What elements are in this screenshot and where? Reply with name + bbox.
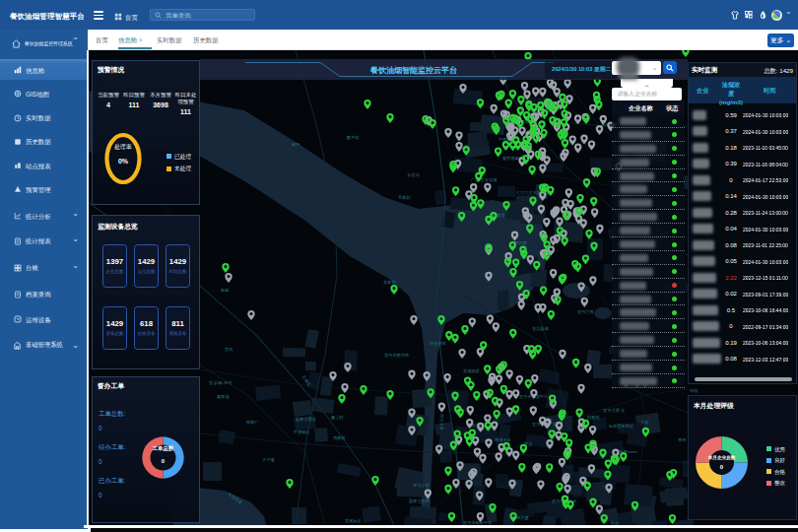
svg-text:御蓝: 御蓝 — [221, 288, 230, 293]
svg-text:林家厂: 林家厂 — [246, 420, 259, 425]
svg-text:先线: 先线 — [690, 388, 698, 393]
svg-text:新家卫生院: 新家卫生院 — [409, 499, 431, 503]
svg-text:香河: 香河 — [678, 437, 687, 442]
svg-text:阳羡茶馆: 阳羡茶馆 — [430, 341, 446, 346]
svg-text:宜兴宾馆: 宜兴宾馆 — [577, 309, 594, 314]
svg-text:宜兴大酒 店: 宜兴大酒 店 — [603, 408, 625, 413]
svg-text:西氿大道: 西氿大道 — [439, 414, 444, 431]
svg-text:华飞小学: 华飞小学 — [413, 483, 431, 488]
svg-text:新家大酒店: 新家大酒店 — [296, 417, 316, 422]
svg-text:香满天远: 香满天远 — [495, 437, 511, 442]
svg-text:宜金城L35号: 宜金城L35号 — [209, 380, 233, 385]
svg-text:桂林寮草西区: 桂林寮草西区 — [608, 424, 634, 429]
svg-text:宜兴市图书馆: 宜兴市图书馆 — [384, 353, 409, 358]
svg-text:东氿新城: 东氿新城 — [532, 326, 550, 331]
svg-text:宝岛: 宝岛 — [225, 347, 233, 352]
